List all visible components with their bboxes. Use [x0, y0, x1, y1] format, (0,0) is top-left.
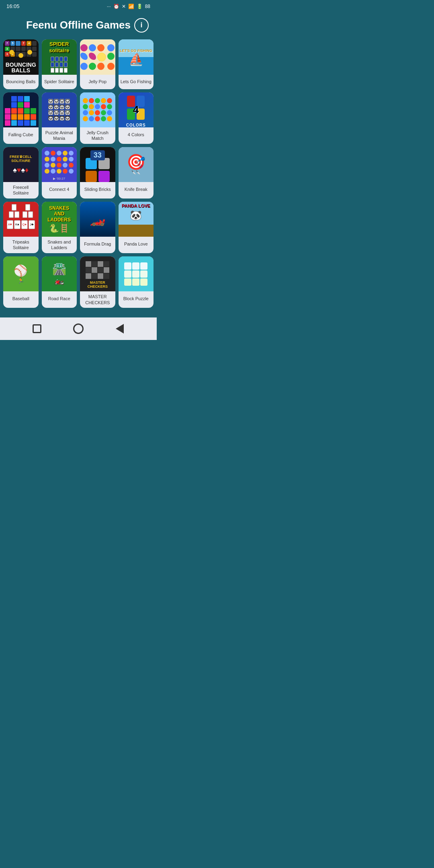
game-card-knife-break[interactable]: 🎯 🔪🔪 Knife Break — [119, 147, 154, 199]
game-thumb-panda-love: PANDA LOVE 🐼 — [119, 202, 154, 237]
game-thumb-master-checkers: MASTERCHECKERS — [80, 256, 115, 292]
game-label-jelly-pop: Jelly Pop — [80, 75, 115, 89]
battery-icon: 🔋 — [137, 4, 143, 9]
game-thumb-baseball: ⚾ 🏃 — [3, 256, 39, 292]
game-thumb-freecell-solitaire: FREE♛CELLSOLITAIRE ♠ ♥ ♠ ♦ — [3, 147, 39, 182]
game-card-puzzle-animal-mania[interactable]: 🐼 🐼 🐼 🐼 🐼 🐼 🐼 🐼 🐼 🐼 🐼 🐼 🐼 🐼 🐼 🐼 Puzzle A… — [42, 92, 77, 144]
game-label-sliding-bricks: Sliding Bricks — [80, 182, 115, 197]
game-label-jelly-crush-match: Jelly Crush Match — [80, 127, 115, 144]
game-card-lets-go-fishing[interactable]: LET'S GO FISHING ⛵ Lets Go Fishing — [119, 39, 154, 89]
game-thumb-lets-go-fishing: LET'S GO FISHING ⛵ — [119, 39, 154, 75]
game-label-tripeaks-solitaire: Tripeaks Solitaire — [3, 237, 39, 253]
game-thumb-tripeaks-solitaire: A♥ K♠ Q♦ J♣ — [3, 202, 39, 237]
nav-home-button[interactable] — [71, 321, 86, 336]
game-card-road-race[interactable]: 🛣️ 🏍️ Road Race — [42, 256, 77, 308]
game-thumb-formula-drag: 🏎️ — [80, 202, 115, 237]
game-thumb-jelly-crush-match — [80, 92, 115, 128]
game-thumb-jelly-pop — [80, 39, 115, 75]
close-icon: ✕ — [122, 4, 126, 9]
status-time: 16:05 — [6, 3, 20, 9]
game-label-block-puzzle: Block Puzzle — [119, 291, 154, 306]
game-card-master-checkers[interactable]: MASTERCHECKERS MASTER CHECKERS — [80, 256, 115, 308]
battery-level: 88 — [145, 4, 150, 9]
game-card-jelly-pop[interactable]: Jelly Pop — [80, 39, 115, 89]
game-card-tripeaks-solitaire[interactable]: A♥ K♠ Q♦ J♣ Tripeaks Solitaire — [3, 202, 39, 253]
dots-icon: ··· — [107, 4, 111, 9]
back-icon — [116, 324, 124, 334]
game-thumb-bouncing-balls: 7 5 7 4 3 3 8 — [3, 39, 39, 75]
app-title: Feenu Offline Games — [26, 19, 131, 31]
game-thumb-spider-solitaire: SPIDERsolitaire — [42, 39, 77, 75]
game-card-bouncing-balls[interactable]: 7 5 7 4 3 3 8 — [3, 39, 39, 89]
game-card-block-puzzle[interactable]: Block Puzzle — [119, 256, 154, 308]
square-icon — [33, 324, 41, 333]
game-label-lets-go-fishing: Lets Go Fishing — [119, 75, 154, 89]
game-card-connect-4[interactable]: ▶ '00:27 Connect 4 — [42, 147, 77, 199]
game-label-4-colors: 4 Colors — [119, 127, 154, 142]
game-label-falling-cube: Falling Cube — [3, 127, 39, 142]
info-button[interactable]: i — [134, 18, 149, 33]
game-thumb-block-puzzle — [119, 256, 154, 292]
game-card-baseball[interactable]: ⚾ 🏃 Baseball — [3, 256, 39, 308]
game-label-formula-drag: Formula Drag — [80, 237, 115, 251]
game-label-road-race: Road Race — [42, 291, 77, 306]
game-label-master-checkers: MASTER CHECKERS — [80, 291, 115, 308]
game-label-bouncing-balls: Bouncing Balls — [3, 75, 39, 89]
game-thumb-snakes-and-ladders: SNAKESANDLADDERS 🐍🪜 — [42, 202, 77, 237]
game-label-baseball: Baseball — [3, 291, 39, 306]
game-card-spider-solitaire[interactable]: SPIDERsolitaire — [42, 39, 77, 89]
game-card-jelly-crush-match[interactable]: Jelly Crush Match — [80, 92, 115, 144]
game-thumb-puzzle-animal-mania: 🐼 🐼 🐼 🐼 🐼 🐼 🐼 🐼 🐼 🐼 🐼 🐼 🐼 🐼 🐼 🐼 — [42, 92, 77, 128]
game-thumb-road-race: 🛣️ 🏍️ — [42, 256, 77, 292]
game-label-knife-break: Knife Break — [119, 182, 154, 197]
game-thumb-falling-cube — [3, 92, 39, 128]
game-thumb-sliding-bricks: 33 — [80, 147, 115, 182]
nav-square-button[interactable] — [30, 321, 44, 336]
game-label-connect-4: Connect 4 — [42, 182, 77, 197]
nav-back-button[interactable] — [113, 321, 127, 336]
game-card-falling-cube[interactable]: Falling Cube — [3, 92, 39, 144]
home-icon — [73, 323, 84, 334]
game-card-4-colors[interactable]: 4 COLORS 4 Colors — [119, 92, 154, 144]
game-thumb-knife-break: 🎯 🔪🔪 — [119, 147, 154, 182]
game-thumb-connect-4: ▶ '00:27 — [42, 147, 77, 182]
game-label-snakes-and-ladders: Snakes and Ladders — [42, 237, 77, 253]
game-label-panda-love: Panda Love — [119, 237, 154, 251]
game-label-spider-solitaire: Spider Solitaire — [42, 75, 77, 89]
game-card-snakes-and-ladders[interactable]: SNAKESANDLADDERS 🐍🪜 Snakes and Ladders — [42, 202, 77, 253]
game-thumb-4-colors: 4 COLORS — [119, 92, 154, 128]
wifi-icon: 📶 — [128, 4, 134, 9]
status-bar: 16:05 ··· ⏰ ✕ 📶 🔋 88 — [0, 0, 157, 12]
game-card-freecell-solitaire[interactable]: FREE♛CELLSOLITAIRE ♠ ♥ ♠ ♦ Freecell Soli… — [3, 147, 39, 199]
status-icons: ··· ⏰ ✕ 📶 🔋 88 — [107, 4, 150, 9]
app-header: Feenu Offline Games i — [0, 12, 157, 39]
game-card-formula-drag[interactable]: 🏎️ Formula Drag — [80, 202, 115, 253]
alarm-icon: ⏰ — [113, 4, 119, 9]
games-grid: 7 5 7 4 3 3 8 — [0, 39, 157, 311]
game-card-sliding-bricks[interactable]: 33 Sliding Bricks — [80, 147, 115, 199]
game-card-panda-love[interactable]: PANDA LOVE 🐼 Panda Love — [119, 202, 154, 253]
game-label-puzzle-animal-mania: Puzzle Animal Mania — [42, 127, 77, 144]
game-label-freecell-solitaire: Freecell Solitaire — [3, 182, 39, 199]
navigation-bar — [0, 317, 157, 340]
